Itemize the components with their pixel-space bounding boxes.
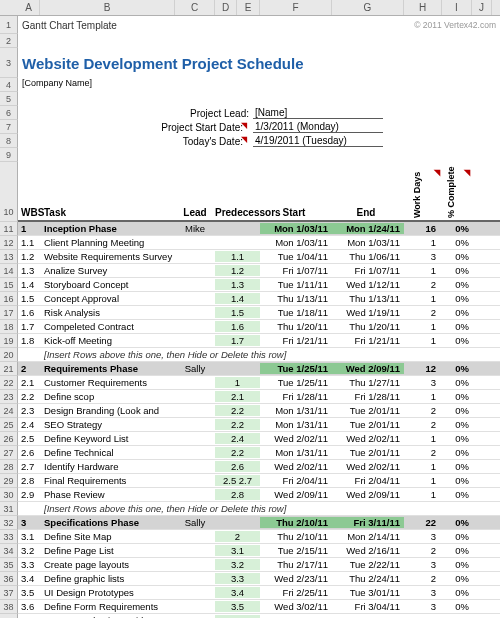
cell-end[interactable]: Fri 3/11/11 <box>332 517 404 528</box>
cell-start[interactable]: Fri 1/28/11 <box>260 391 332 402</box>
cell-wbs[interactable]: 3.2 <box>18 545 40 556</box>
row-15[interactable]: 15 <box>0 278 18 292</box>
cell-start[interactable]: Wed 3/02/11 <box>260 601 332 612</box>
cell-wbs[interactable]: 1.5 <box>18 293 40 304</box>
task-row[interactable]: 3.7Create Production Guide3.6 <box>18 614 500 618</box>
row-14[interactable]: 14 <box>0 264 18 278</box>
row-34[interactable]: 34 <box>0 544 18 558</box>
cell-workdays[interactable]: 2 <box>404 447 442 458</box>
cell-pred[interactable]: 1.4 <box>215 293 260 304</box>
task-row[interactable]: 2.5Define Keyword List2.4Wed 2/02/11Wed … <box>18 432 500 446</box>
header-workdays[interactable]: Work Days ◥ <box>404 218 442 220</box>
row-8[interactable]: 8 <box>0 134 18 148</box>
cell-end[interactable]: Fri 2/04/11 <box>332 475 404 486</box>
cell-wbs[interactable]: 3.3 <box>18 559 40 570</box>
row-21[interactable]: 21 <box>0 362 18 376</box>
cell-end[interactable]: Thu 2/24/11 <box>332 573 404 584</box>
cell-workdays[interactable]: 1 <box>404 461 442 472</box>
task-row[interactable]: 3.2Define Page List3.1Tue 2/15/11Wed 2/1… <box>18 544 500 558</box>
cell-task[interactable]: Analize Survey <box>40 265 175 276</box>
cell-workdays[interactable]: 2 <box>404 545 442 556</box>
cell-task[interactable]: Define Keyword List <box>40 433 175 444</box>
header-wbs[interactable]: WBS <box>18 207 40 220</box>
row-30[interactable]: 30 <box>0 488 18 502</box>
cell-task[interactable]: Requirements Phase <box>40 363 175 374</box>
cell-workdays[interactable]: 3 <box>404 601 442 612</box>
task-row[interactable]: 2.1Customer Requirements1Tue 1/25/11Thu … <box>18 376 500 390</box>
col-A[interactable]: A <box>18 0 40 15</box>
row-10[interactable]: 10 <box>0 162 18 222</box>
task-row[interactable]: 2.2Define scop2.1Fri 1/28/11Fri 1/28/111… <box>18 390 500 404</box>
cell-start[interactable]: Fri 1/07/11 <box>260 265 332 276</box>
row-4[interactable]: 4 <box>0 78 18 92</box>
cell-pct[interactable]: 0% <box>442 433 472 444</box>
cell-wbs[interactable]: 1.3 <box>18 265 40 276</box>
cell-end[interactable]: Mon 1/24/11 <box>332 223 404 234</box>
cell-workdays[interactable]: 3 <box>404 587 442 598</box>
row-19[interactable]: 19 <box>0 334 18 348</box>
cell-workdays[interactable]: 2 <box>404 279 442 290</box>
col-C[interactable]: C <box>175 0 215 15</box>
task-row[interactable]: 1.5Concept Approval1.4Thu 1/13/11Thu 1/1… <box>18 292 500 306</box>
phase-row[interactable]: 3Specifications PhaseSallyThu 2/10/11Fri… <box>18 516 500 530</box>
cell-end[interactable]: Tue 3/01/11 <box>332 587 404 598</box>
cell-pred[interactable]: 3.4 <box>215 587 260 598</box>
row-3[interactable]: 3 <box>0 48 18 78</box>
row-33[interactable]: 33 <box>0 530 18 544</box>
cell-wbs[interactable]: 2.7 <box>18 461 40 472</box>
cell-task[interactable]: Define graphic lists <box>40 573 175 584</box>
cell-workdays[interactable]: 2 <box>404 405 442 416</box>
task-row[interactable]: 2.3Design Branding (Look and2.2Mon 1/31/… <box>18 404 500 418</box>
task-row[interactable]: 1.4Storyboard Concept1.3Tue 1/11/11Wed 1… <box>18 278 500 292</box>
cell-end[interactable]: Wed 2/16/11 <box>332 545 404 556</box>
cell-pred[interactable]: 3.1 <box>215 545 260 556</box>
header-end[interactable]: End <box>332 207 404 220</box>
cell-workdays[interactable]: 22 <box>404 517 442 528</box>
cell-end[interactable]: Wed 2/09/11 <box>332 489 404 500</box>
row-20[interactable]: 20 <box>0 348 18 362</box>
task-row[interactable]: 3.5UI Design Prototypes3.4Fri 2/25/11Tue… <box>18 586 500 600</box>
cell-end[interactable]: Mon 1/03/11 <box>332 237 404 248</box>
cell-pct[interactable]: 0% <box>442 363 472 374</box>
cell-lead[interactable]: Sally <box>175 517 215 528</box>
cell-start[interactable]: Wed 2/23/11 <box>260 573 332 584</box>
cell-wbs[interactable]: 1.4 <box>18 279 40 290</box>
cell-task[interactable]: Design Branding (Look and <box>40 405 175 416</box>
row-17[interactable]: 17 <box>0 306 18 320</box>
phase-row[interactable]: 1Inception PhaseMikeMon 1/03/11Mon 1/24/… <box>18 222 500 236</box>
cell-pred[interactable]: 1.3 <box>215 279 260 290</box>
cell-start[interactable]: Wed 2/02/11 <box>260 461 332 472</box>
cell-workdays[interactable]: 1 <box>404 335 442 346</box>
cell-start[interactable]: Tue 1/11/11 <box>260 279 332 290</box>
cell-workdays[interactable]: 1 <box>404 293 442 304</box>
col-F[interactable]: F <box>260 0 332 15</box>
col-I[interactable]: I <box>442 0 472 15</box>
cell-pct[interactable]: 0% <box>442 517 472 528</box>
row-11[interactable]: 11 <box>0 222 18 236</box>
cell-wbs[interactable]: 3.6 <box>18 601 40 612</box>
cell-workdays[interactable]: 3 <box>404 377 442 388</box>
cell-wbs[interactable]: 3 <box>18 517 40 528</box>
company-name[interactable]: [Company Name] <box>18 78 500 92</box>
cell-start[interactable]: Thu 1/20/11 <box>260 321 332 332</box>
cell-task[interactable]: SEO Strategy <box>40 419 175 430</box>
cell-wbs[interactable]: 3.5 <box>18 587 40 598</box>
row-37[interactable]: 37 <box>0 586 18 600</box>
row-23[interactable]: 23 <box>0 390 18 404</box>
cell-wbs[interactable]: 2.3 <box>18 405 40 416</box>
cell-start[interactable]: Tue 1/18/11 <box>260 307 332 318</box>
insert-instruction-row[interactable]: [Insert Rows above this one, then Hide o… <box>18 348 500 362</box>
row-12[interactable]: 12 <box>0 236 18 250</box>
task-row[interactable]: 1.8Kick-off Meeting1.7Fri 1/21/11Fri 1/2… <box>18 334 500 348</box>
col-H[interactable]: H <box>404 0 442 15</box>
task-row[interactable]: 1.3Analize Survey1.2Fri 1/07/11Fri 1/07/… <box>18 264 500 278</box>
cell-pred[interactable]: 2.4 <box>215 433 260 444</box>
cell-wbs[interactable]: 2.5 <box>18 433 40 444</box>
cell-start[interactable]: Mon 1/31/11 <box>260 405 332 416</box>
cell-pred[interactable]: 1.6 <box>215 321 260 332</box>
cell-wbs[interactable]: 1.8 <box>18 335 40 346</box>
cell-end[interactable]: Thu 1/20/11 <box>332 321 404 332</box>
col-E[interactable]: E <box>237 0 260 15</box>
col-G[interactable]: G <box>332 0 404 15</box>
cell-pct[interactable]: 0% <box>442 601 472 612</box>
